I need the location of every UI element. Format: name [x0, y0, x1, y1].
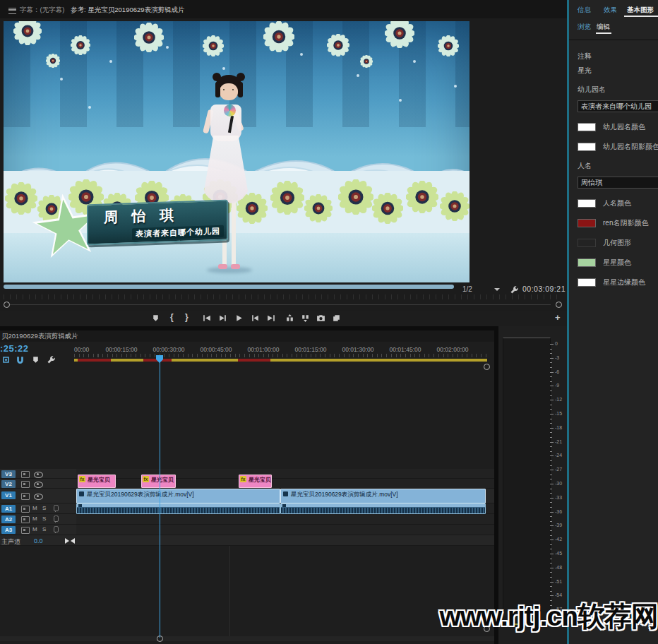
meter-db-label: -39: [555, 523, 562, 527]
text-input[interactable]: [578, 177, 658, 189]
track-output-eye-icon[interactable]: [34, 482, 43, 488]
track-select-v3[interactable]: V3: [1, 470, 16, 478]
monitor-zoom-scrollbar[interactable]: [4, 285, 454, 289]
meter-tick: [550, 554, 554, 554]
go-to-out-button[interactable]: [267, 313, 277, 323]
color-swatch[interactable]: [578, 258, 596, 267]
track-output-eye-icon[interactable]: [34, 472, 43, 478]
meter-tick: [550, 358, 554, 359]
meter-db-label: -3: [555, 355, 559, 360]
meter-tick: [550, 582, 554, 583]
video-clip[interactable]: 星光宝贝20190629表演剪辑成片.mov[V]: [280, 489, 486, 503]
playback-resolution-select[interactable]: 1/2: [462, 285, 472, 293]
swatch-label: 星星颜色: [603, 258, 631, 268]
track-select-a3[interactable]: A3: [1, 526, 16, 534]
mute-button[interactable]: M: [32, 526, 37, 532]
track-lock-icon[interactable]: [21, 481, 30, 488]
mute-button[interactable]: M: [32, 515, 37, 522]
meter-tick: [550, 544, 552, 545]
button-editor-button[interactable]: +: [555, 312, 561, 323]
text-input[interactable]: [578, 100, 658, 112]
snap-magnet-icon[interactable]: [16, 354, 25, 364]
color-swatch[interactable]: [578, 239, 596, 247]
track-select-a1[interactable]: A1: [1, 505, 16, 513]
meter-tick: [550, 475, 552, 475]
monitor-scroll-track[interactable]: [10, 304, 551, 305]
video-preview: 周 怡 琪 表演者来自哪个幼儿园: [4, 21, 469, 282]
mute-button[interactable]: M: [32, 505, 37, 511]
track-select-v1[interactable]: V1: [1, 491, 16, 499]
field-label: 注释: [578, 52, 658, 61]
field-value: 星光: [578, 66, 658, 76]
tab-reference[interactable]: 参考: 星光宝贝20190629表演剪辑成片: [71, 6, 185, 15]
timeline-scroll-handle-top[interactable]: [484, 364, 490, 370]
export-frame-button[interactable]: [316, 313, 326, 323]
color-swatch[interactable]: [578, 219, 596, 227]
track-select-a2[interactable]: A2: [1, 515, 16, 523]
step-forward-button[interactable]: [251, 313, 261, 323]
voiceover-mic-icon[interactable]: [54, 515, 59, 522]
mark-out-button[interactable]: }: [185, 312, 189, 322]
subtab-browse[interactable]: 浏览: [578, 23, 591, 32]
timeline-settings-icon[interactable]: [47, 354, 56, 364]
meter-tick: [550, 535, 552, 536]
voiceover-mic-icon[interactable]: [54, 526, 59, 532]
solo-button[interactable]: S: [42, 526, 46, 532]
color-swatch[interactable]: [578, 143, 596, 151]
sparkle-dot: [399, 99, 402, 102]
solo-button[interactable]: S: [42, 505, 46, 511]
tab-effects[interactable]: 效果: [604, 6, 617, 15]
playhead-line[interactable]: [160, 357, 160, 638]
swatch-label: ren名阴影颜色: [603, 218, 648, 228]
panel-menu-icon[interactable]: [8, 8, 16, 14]
monitor-mini-timeline[interactable]: [4, 294, 561, 299]
play-button[interactable]: [234, 313, 244, 323]
scrollbar-handle-right[interactable]: [556, 302, 562, 308]
timeline-panel-menu-icon[interactable]: ≡: [65, 332, 69, 340]
comparison-view-button[interactable]: [332, 313, 342, 323]
track-lane-a2[interactable]: [76, 514, 494, 525]
audio-clip[interactable]: [76, 503, 280, 514]
tab-caption[interactable]: 字幕：(无字幕): [20, 6, 64, 15]
monitor-settings-icon[interactable]: [510, 285, 520, 294]
tab-info[interactable]: 信息: [578, 6, 591, 15]
timeline-panel: 贝20190629表演剪辑成片 ≡ :25:22 00:0000:00:15:0…: [0, 330, 494, 644]
track-lock-icon[interactable]: [21, 516, 30, 523]
keyframe-bowtie-icon[interactable]: [65, 538, 75, 544]
insert-overwrite-icon[interactable]: [1, 354, 11, 364]
color-swatch[interactable]: [578, 199, 596, 208]
audio-clip[interactable]: [280, 503, 486, 514]
subtab-edit[interactable]: 编辑: [597, 23, 610, 32]
graphic-clip[interactable]: fx星光宝贝: [78, 475, 116, 488]
track-lane-a3[interactable]: [76, 525, 494, 535]
chevron-down-icon[interactable]: [494, 288, 500, 294]
voiceover-mic-icon[interactable]: [54, 505, 59, 511]
timeline-scrollbar[interactable]: [0, 636, 494, 641]
tab-essential-graphics[interactable]: 基本图形: [627, 6, 654, 15]
track-lane-v3[interactable]: [76, 469, 494, 479]
track-lane-v2[interactable]: [76, 479, 494, 489]
graphic-clip[interactable]: fx星光宝贝: [239, 475, 272, 488]
track-lock-icon[interactable]: [21, 506, 30, 513]
track-output-eye-icon[interactable]: [34, 494, 43, 500]
mark-in-button[interactable]: {: [170, 312, 174, 322]
color-swatch[interactable]: [578, 278, 596, 287]
track-lock-icon[interactable]: [21, 527, 30, 534]
master-gain-value[interactable]: 0.0: [34, 537, 43, 544]
extract-button[interactable]: [301, 313, 311, 323]
step-back-button[interactable]: [218, 313, 228, 323]
scrollbar-handle-left[interactable]: [4, 302, 10, 308]
track-lock-icon[interactable]: [21, 471, 30, 478]
timeline-marker-icon[interactable]: [31, 354, 41, 364]
lift-button[interactable]: [285, 313, 295, 323]
track-select-v2[interactable]: V2: [1, 480, 16, 488]
video-clip[interactable]: 星光宝贝20190629表演剪辑成片.mov[V]: [76, 489, 280, 503]
go-to-in-button[interactable]: [202, 313, 212, 323]
meter-tick: [550, 460, 552, 461]
meter-tick: [550, 479, 552, 479]
track-lock-icon[interactable]: [21, 493, 30, 500]
add-marker-button[interactable]: [151, 313, 161, 323]
solo-button[interactable]: S: [42, 515, 46, 522]
color-swatch[interactable]: [578, 123, 596, 131]
graphic-clip[interactable]: fx星光宝贝: [141, 475, 176, 488]
